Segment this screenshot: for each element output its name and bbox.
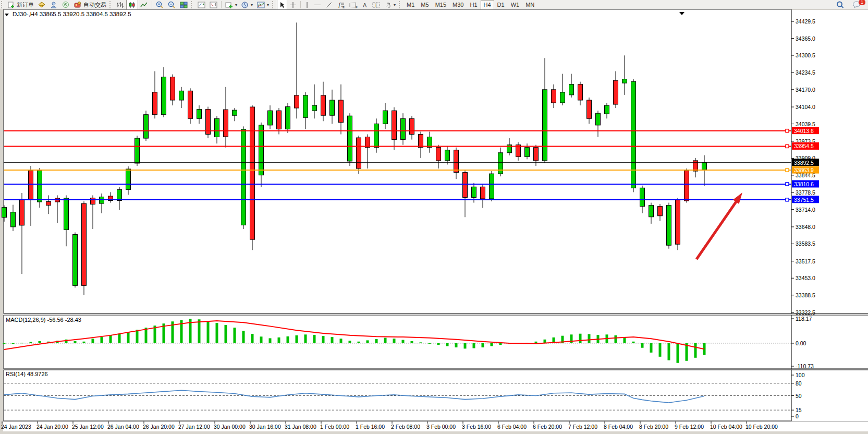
macd-bar (358, 342, 360, 343)
template-button[interactable]: ▾ (255, 0, 271, 10)
timeframe-mn-button[interactable]: MN (522, 0, 537, 10)
macd-axis-label: 0.00 (796, 340, 806, 346)
timeframe-h1-button[interactable]: H1 (467, 0, 480, 10)
time-axis-label: 8 Feb 20:00 (639, 424, 668, 430)
macd-bar (12, 343, 15, 344)
channel-grid-icon: F (349, 2, 358, 8)
toolbar-drag-handle[interactable] (272, 1, 276, 8)
candle (179, 91, 184, 100)
candle (117, 189, 122, 200)
autotrading-button[interactable]: 自动交易 (72, 0, 108, 10)
price-line-handle[interactable] (786, 129, 789, 132)
broadcast-button[interactable] (60, 0, 72, 10)
arrows-icon (384, 2, 392, 8)
fibonacci-icon: ƒE (337, 2, 345, 8)
candle (215, 118, 219, 137)
timeframe-m1-button[interactable]: M1 (404, 0, 418, 10)
bar-chart-mode-button[interactable] (114, 0, 126, 10)
horizontal-line-tool-button[interactable] (312, 0, 323, 10)
macd-bar (74, 341, 77, 343)
timeframe-m5-button[interactable]: M5 (418, 0, 432, 10)
add-indicator-button[interactable]: ▾ (223, 0, 239, 10)
cursor-tool-button[interactable] (277, 0, 287, 10)
rsi-label: RSI(14) 48.9726 (6, 371, 48, 377)
timeframe-m30-button[interactable]: M30 (449, 0, 467, 10)
indicator-window2-button[interactable] (207, 0, 219, 10)
timeframe-h4-button[interactable]: H4 (481, 0, 494, 10)
candle (144, 115, 149, 138)
toolbar-drag-handle[interactable] (109, 1, 113, 8)
candle (490, 174, 494, 199)
macd-bar (615, 335, 617, 343)
macd-bar (473, 343, 475, 348)
chart-wizard-button[interactable] (36, 0, 48, 10)
timeframe-m15-button[interactable]: M15 (432, 0, 449, 10)
trendline-tool-button[interactable] (323, 0, 335, 10)
macd-bar (499, 343, 502, 345)
svg-text:ƒ: ƒ (338, 2, 341, 8)
macd-bar (624, 337, 626, 343)
arrows-tool-button[interactable]: ▾ (382, 0, 398, 10)
macd-bar (429, 343, 431, 344)
candle (392, 111, 397, 139)
price-line-handle[interactable] (786, 168, 789, 172)
price-line-handle[interactable] (786, 144, 789, 148)
candle (330, 100, 335, 115)
timeframe-d1-button[interactable]: D1 (494, 0, 508, 10)
notifications-button[interactable]: 1 (850, 0, 863, 10)
zoom-out-button[interactable] (166, 0, 178, 10)
period-button[interactable]: ▾ (239, 0, 255, 10)
candle (135, 138, 140, 163)
macd-panel[interactable] (4, 315, 791, 369)
candle (357, 138, 361, 168)
macd-bar (402, 340, 405, 343)
text-label-tool-button[interactable]: T (370, 0, 382, 10)
fibonacci-tool-button[interactable]: ƒE (335, 0, 347, 10)
indicator-window-button[interactable] (195, 0, 207, 10)
price-line-handle[interactable] (786, 198, 789, 201)
text-tool-button[interactable]: A (360, 0, 370, 10)
macd-bar (446, 343, 449, 346)
candle (188, 91, 193, 118)
candle (614, 80, 618, 104)
macd-bar (570, 334, 573, 343)
toolbar-drag-handle[interactable] (1, 1, 5, 8)
zoom-in-button[interactable] (154, 0, 166, 10)
candle (162, 77, 166, 115)
macd-bar (420, 342, 422, 343)
new-order-icon (8, 2, 15, 8)
timeframe-w1-button[interactable]: W1 (508, 0, 523, 10)
rsi-axis-label: 80 (796, 380, 802, 387)
channel-tool-button[interactable]: F (347, 0, 360, 10)
toolbar-drag-handle[interactable] (399, 1, 402, 8)
price-axis-label: 33714.0 (796, 207, 815, 213)
new-order-button[interactable]: 新订单 (6, 0, 36, 10)
candle (543, 90, 547, 161)
search-button[interactable] (834, 0, 846, 10)
toolbar-drag-handle[interactable] (191, 1, 194, 8)
bar-chart-icon (116, 2, 124, 8)
candle (596, 113, 601, 125)
candle (73, 235, 78, 286)
line-chart-mode-button[interactable] (138, 0, 150, 10)
window-edge (0, 9, 3, 434)
macd-bar (340, 339, 343, 343)
profiles-button[interactable] (48, 0, 60, 10)
svg-text:E: E (343, 6, 345, 8)
time-axis-label: 6 Feb 04:00 (497, 424, 527, 430)
macd-bar (127, 332, 130, 343)
candle (481, 187, 485, 199)
price-line-handle[interactable] (786, 183, 789, 186)
chart-title: DJ30-,H4 33865.5 33920.5 33804.5 33892.5 (13, 11, 131, 17)
chart-canvas[interactable]: DJ30-,H4 33865.5 33920.5 33804.5 33892.5… (0, 9, 868, 434)
vertical-line-tool-button[interactable] (302, 0, 312, 10)
tile-windows-button[interactable] (178, 0, 190, 10)
crosshair-tool-button[interactable] (287, 0, 299, 10)
candle (419, 134, 423, 147)
candle-chart-mode-button[interactable] (126, 0, 138, 10)
clock-icon (241, 2, 249, 8)
text-icon: A (362, 2, 368, 8)
main-chart-panel[interactable] (4, 9, 791, 314)
candle (605, 105, 609, 114)
search-icon (836, 1, 844, 8)
